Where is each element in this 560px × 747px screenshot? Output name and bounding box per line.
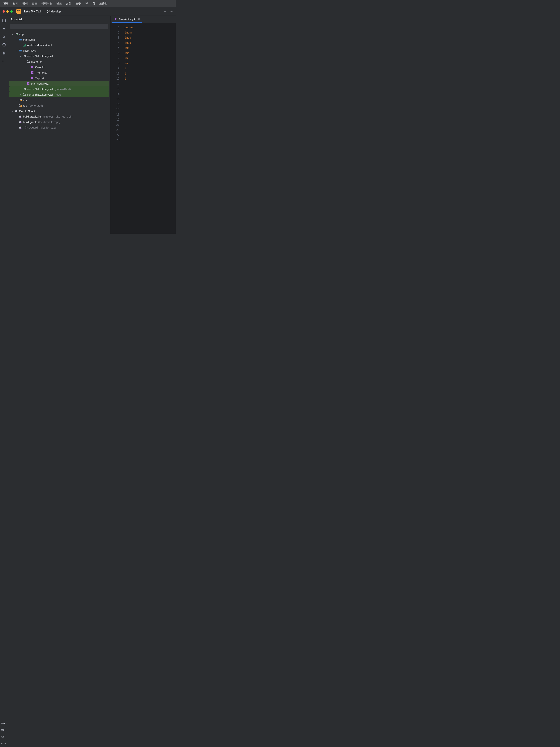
tree-label-suffix: (ProGuard Rules for ":app" xyxy=(25,126,57,129)
expand-arrow-icon[interactable] xyxy=(11,110,14,112)
menu-item[interactable]: 탐색 xyxy=(22,2,28,5)
menu-item[interactable]: 실행 xyxy=(66,2,71,5)
tree-label: ui.theme xyxy=(31,60,42,63)
gradle-file-icon xyxy=(19,115,22,118)
branch-name: develop xyxy=(51,10,61,13)
tree-row[interactable]: build.gradle.kts(Project: Take_My_Call) xyxy=(9,114,109,119)
nav-back-button[interactable]: ← xyxy=(163,9,166,14)
expand-arrow-icon[interactable] xyxy=(23,60,26,63)
menu-item[interactable]: 보기 xyxy=(13,2,18,5)
minimize-window-icon[interactable] xyxy=(6,10,9,12)
tree-label: res xyxy=(23,104,27,107)
tree-label: app xyxy=(19,33,24,36)
tree-row[interactable]: ui.theme xyxy=(9,59,109,64)
expand-arrow-icon[interactable] xyxy=(11,33,14,35)
menu-item[interactable]: 리팩터링 xyxy=(42,2,52,5)
tree-label: Color.kt xyxy=(35,66,45,69)
more-tools-icon[interactable]: ••• xyxy=(2,59,6,63)
tree-label: com.d3h1.takemycall xyxy=(27,93,53,96)
copilot-tool-icon[interactable] xyxy=(2,43,6,47)
expand-arrow-icon[interactable] xyxy=(19,88,22,90)
res-icon xyxy=(19,104,22,107)
menu-item[interactable]: 빌드 xyxy=(56,2,62,5)
svg-point-18 xyxy=(3,28,5,29)
title-bar: TC Take My Call develop ← → xyxy=(0,7,176,16)
menu-item[interactable]: 코드 xyxy=(32,2,37,5)
expand-arrow-icon[interactable] xyxy=(19,93,22,96)
project-scope-selector[interactable]: Android xyxy=(10,18,25,21)
git-branch-selector[interactable]: develop xyxy=(47,10,65,13)
tree-row[interactable]: (ProGuard Rules for ":app" xyxy=(9,125,109,130)
project-tree: appmanifestsAndroidManifest.xmlkotlin+ja… xyxy=(8,31,110,134)
tree-row[interactable]: Gradle Scripts xyxy=(9,108,109,114)
project-badge: TC xyxy=(16,9,21,14)
tree-row[interactable]: com.d3h1.takemycall xyxy=(9,53,109,59)
project-selector[interactable]: Take My Call xyxy=(24,10,44,13)
tree-row[interactable]: build.gradle.kts(Module :app) xyxy=(9,119,109,125)
maximize-window-icon[interactable] xyxy=(10,10,12,12)
kt-icon xyxy=(27,82,30,85)
kt-icon xyxy=(31,71,34,74)
tree-row[interactable]: res(generated) xyxy=(9,103,109,108)
tree-label: AndroidManifest.xml xyxy=(27,44,52,47)
folder-blue-icon xyxy=(19,38,22,41)
expand-arrow-icon[interactable] xyxy=(15,49,18,52)
close-window-icon[interactable] xyxy=(3,10,5,12)
package-icon xyxy=(27,60,30,63)
menu-item[interactable]: 창 xyxy=(92,2,95,5)
line-gutter: 1234567891011121314151617181920212223 xyxy=(110,23,122,234)
kt-icon xyxy=(31,76,34,80)
project-filter-input[interactable] xyxy=(10,24,108,29)
tree-label-suffix: (Project: Take_My_Call) xyxy=(43,115,73,118)
tree-row[interactable]: MainActivity.kt xyxy=(9,81,109,86)
left-tool-strip: ••• xyxy=(0,16,8,234)
menu-item[interactable]: 도구 xyxy=(75,2,81,5)
tree-label: build.gradle.kts xyxy=(23,115,42,118)
code-content[interactable]: packagimporimpoimpoimpimpimimiii xyxy=(122,23,176,234)
pull-requests-tool-icon[interactable] xyxy=(2,51,6,55)
expand-arrow-icon[interactable] xyxy=(19,55,22,57)
editor-tab[interactable]: MainActivity.kt ✕ xyxy=(112,16,142,23)
tab-filename: MainActivity.kt xyxy=(119,18,136,21)
tree-label: manifests xyxy=(23,38,35,41)
tree-row[interactable]: Color.kt xyxy=(9,64,109,70)
tree-row[interactable]: app xyxy=(9,31,109,37)
tree-row[interactable]: AndroidManifest.xml xyxy=(9,42,109,48)
window-controls[interactable] xyxy=(3,10,12,12)
tree-label: res xyxy=(23,99,27,102)
tree-label-suffix: (generated) xyxy=(29,104,43,107)
tree-row[interactable]: kotlin+java xyxy=(9,48,109,53)
gradle-file-icon xyxy=(19,120,22,124)
tree-row[interactable]: Type.kt xyxy=(9,75,109,81)
expand-arrow-icon[interactable] xyxy=(15,99,18,101)
module-icon xyxy=(15,32,18,36)
gradle-icon xyxy=(15,109,18,112)
commit-tool-icon[interactable] xyxy=(2,27,6,31)
tree-row[interactable]: com.d3h1.takemycall(androidTest) xyxy=(9,86,109,92)
menu-item[interactable]: Git xyxy=(85,2,88,5)
tree-label-suffix: (androidTest) xyxy=(55,87,71,91)
menu-item[interactable]: 도움말 xyxy=(99,2,107,5)
menu-item[interactable]: 편집 xyxy=(3,2,9,5)
menu-bar: 편집보기탐색코드리팩터링빌드실행도구Git창도움말 xyxy=(0,0,176,7)
kt-icon xyxy=(31,66,34,69)
editor-tabs: MainActivity.kt ✕ xyxy=(110,16,176,23)
tree-row[interactable]: manifests xyxy=(9,37,109,42)
expand-arrow-icon[interactable] xyxy=(15,38,18,41)
nav-forward-button[interactable]: → xyxy=(170,9,173,14)
tree-label: MainActivity.kt xyxy=(31,82,49,85)
tree-row[interactable]: res xyxy=(9,97,109,103)
tree-row[interactable]: com.d3h1.takemycall(test) xyxy=(9,92,109,97)
res-icon xyxy=(19,98,22,102)
close-tab-icon[interactable]: ✕ xyxy=(138,18,140,21)
tree-label: Type.kt xyxy=(35,77,44,80)
project-tool-icon[interactable] xyxy=(2,19,6,23)
package-icon xyxy=(23,93,26,96)
tree-row[interactable]: Theme.kt xyxy=(9,70,109,75)
tree-label: kotlin+java xyxy=(23,49,36,52)
branch-icon xyxy=(47,10,50,13)
tree-label: com.d3h1.takemycall xyxy=(27,55,53,58)
xml-icon xyxy=(23,43,26,47)
package-icon xyxy=(23,87,26,91)
structure-tool-icon[interactable] xyxy=(2,35,6,39)
